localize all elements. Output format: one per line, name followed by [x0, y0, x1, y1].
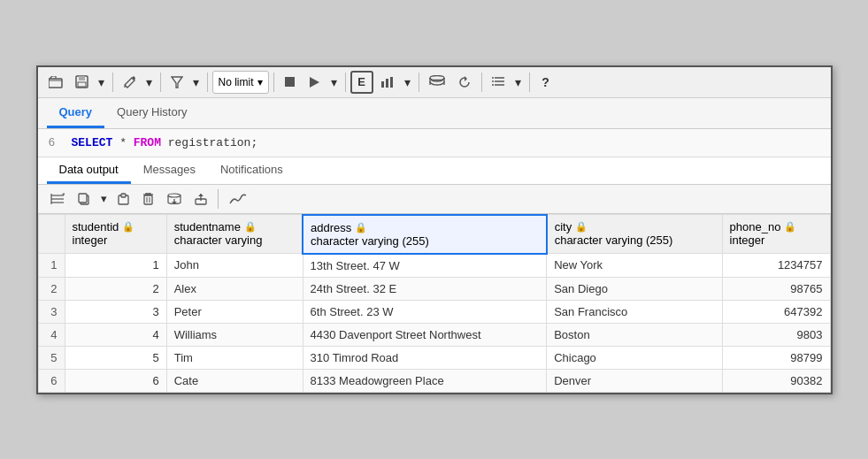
svg-rect-2	[79, 76, 85, 80]
save-btn[interactable]	[70, 71, 94, 94]
cell-city[interactable]: New York	[547, 254, 722, 278]
chart-dropdown-btn[interactable]: ▾	[402, 71, 414, 94]
paste-btn[interactable]	[112, 188, 134, 210]
cell-address[interactable]: 310 Timrod Road	[303, 346, 547, 369]
subtabs: Data output Messages Notifications	[38, 157, 831, 185]
edit-dropdown-btn[interactable]: ▾	[143, 71, 156, 94]
cell-studentname[interactable]: Williams	[166, 323, 303, 346]
data-toolbar: + ▾	[38, 185, 831, 214]
divider-7	[481, 73, 482, 92]
cell-city[interactable]: San Diego	[547, 277, 722, 300]
svg-marker-37	[198, 194, 204, 196]
copy-btn[interactable]	[73, 188, 96, 210]
cell-studentid[interactable]: 4	[65, 323, 166, 346]
list-btn[interactable]	[487, 71, 511, 94]
cell-phone-no[interactable]: 9803	[722, 323, 830, 346]
stop-btn[interactable]	[279, 71, 302, 94]
svg-rect-27	[144, 195, 152, 204]
row-num: 4	[38, 323, 65, 346]
divider-3	[207, 73, 208, 92]
divider-2	[160, 73, 161, 92]
cell-studentname[interactable]: Alex	[166, 277, 303, 300]
tab-query[interactable]: Query	[47, 98, 105, 128]
col-studentid-header[interactable]: studentid 🔒 integer	[65, 215, 166, 254]
divider-data	[218, 189, 219, 209]
address-lock-icon: 🔒	[355, 222, 367, 233]
cell-studentname[interactable]: Peter	[166, 300, 303, 323]
cell-address[interactable]: 24th Street. 32 E	[303, 277, 547, 300]
import-btn[interactable]	[162, 188, 187, 210]
row-num: 5	[38, 346, 65, 369]
data-btn[interactable]	[424, 71, 450, 94]
col-phone-no-header[interactable]: phone_no 🔒 integer	[722, 215, 830, 254]
keyword-select: SELECT	[72, 136, 113, 149]
explain-btn[interactable]: E	[350, 71, 373, 94]
data-table-wrap: studentid 🔒 integer studentname 🔒	[38, 214, 831, 393]
svg-point-15	[492, 77, 494, 79]
cell-address[interactable]: 8133 Meadowgreen Place	[303, 369, 547, 392]
delete-btn[interactable]	[137, 188, 159, 210]
cell-phone-no[interactable]: 98765	[722, 277, 830, 300]
cell-address[interactable]: 6th Street. 23 W	[303, 300, 547, 323]
graph-btn[interactable]	[224, 188, 252, 210]
col-address-header[interactable]: address 🔒 character varying (255)	[303, 215, 547, 254]
limit-dropdown[interactable]: No limit ▾	[212, 71, 269, 94]
help-btn[interactable]: ?	[534, 71, 557, 94]
list-dropdown-btn[interactable]: ▾	[512, 71, 525, 94]
cell-city[interactable]: San Francisco	[547, 300, 722, 323]
col-city-header[interactable]: city 🔒 character varying (255)	[547, 215, 722, 254]
svg-rect-9	[390, 77, 393, 88]
open-folder-btn[interactable]	[43, 71, 68, 94]
query-editor: 6 SELECT * FROM registration;	[38, 129, 831, 157]
chart-btn[interactable]	[375, 71, 400, 94]
svg-marker-11	[465, 76, 467, 81]
cell-studentid[interactable]: 3	[65, 300, 166, 323]
cell-address[interactable]: 13th Street. 47 W	[303, 254, 547, 278]
subtab-notifications[interactable]: Notifications	[208, 157, 296, 184]
cell-studentname[interactable]: Cate	[166, 369, 303, 392]
cell-phone-no[interactable]: 647392	[722, 300, 830, 323]
divider-4	[273, 73, 274, 92]
filter-btn[interactable]	[165, 71, 188, 94]
data-table: studentid 🔒 integer studentname 🔒	[38, 214, 831, 393]
tab-query-history[interactable]: Query History	[104, 98, 199, 128]
cell-studentid[interactable]: 2	[65, 277, 166, 300]
cell-studentid[interactable]: 1	[65, 254, 166, 278]
save-dropdown-btn[interactable]: ▾	[96, 71, 108, 94]
run-btn[interactable]	[303, 71, 326, 94]
col-studentname-header[interactable]: studentname 🔒 character varying	[166, 215, 303, 254]
add-row-btn[interactable]: +	[45, 188, 70, 210]
copy-dropdown-btn[interactable]: ▾	[98, 188, 110, 210]
row-num: 1	[38, 254, 65, 278]
cell-address[interactable]: 4430 Davenport Street Northwest	[303, 323, 547, 346]
cell-phone-no[interactable]: 1234757	[722, 254, 830, 278]
table-row: 6 6 Cate 8133 Meadowgreen Place Denver 9…	[38, 369, 830, 392]
cell-city[interactable]: Chicago	[547, 346, 722, 369]
svg-rect-8	[386, 79, 388, 88]
cell-studentname[interactable]: Tim	[166, 346, 303, 369]
cell-studentname[interactable]: John	[166, 254, 303, 278]
table-row: 3 3 Peter 6th Street. 23 W San Francisco…	[38, 300, 830, 323]
cell-city[interactable]: Boston	[547, 323, 722, 346]
refresh-btn[interactable]	[452, 71, 477, 94]
subtab-data-output[interactable]: Data output	[47, 157, 131, 184]
subtab-messages[interactable]: Messages	[131, 157, 208, 184]
cell-studentid[interactable]: 5	[65, 346, 166, 369]
line-number: 6	[49, 136, 63, 149]
svg-marker-6	[310, 77, 319, 88]
svg-marker-4	[172, 77, 182, 88]
cell-phone-no[interactable]: 90382	[722, 369, 830, 392]
svg-rect-7	[381, 81, 384, 88]
limit-label: No limit	[219, 76, 254, 88]
keyword-from: FROM	[134, 136, 161, 149]
edit-btn[interactable]	[118, 71, 142, 94]
cell-phone-no[interactable]: 98799	[722, 346, 830, 369]
cell-studentid[interactable]: 6	[65, 369, 166, 392]
query-table: registration;	[168, 136, 257, 149]
svg-rect-26	[121, 194, 126, 197]
run-dropdown-btn[interactable]: ▾	[328, 71, 341, 94]
cell-city[interactable]: Denver	[547, 369, 722, 392]
export-btn[interactable]	[189, 188, 212, 210]
filter-dropdown-btn[interactable]: ▾	[190, 71, 203, 94]
divider-5	[345, 73, 346, 92]
